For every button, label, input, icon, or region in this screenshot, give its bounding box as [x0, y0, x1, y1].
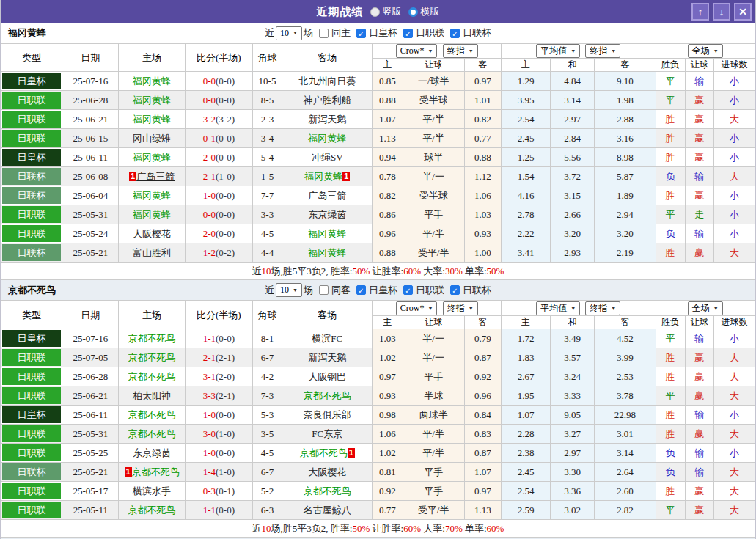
home-team-link[interactable]: 柏太阳神 — [133, 390, 171, 401]
avg-away-odds: 22.98 — [595, 406, 656, 425]
home-team-link[interactable]: 京都不死鸟 — [128, 352, 176, 363]
average-select[interactable]: 平均值▼ — [536, 301, 580, 315]
result-goals: 小 — [713, 91, 755, 110]
score-cell: 0-1(0-0) — [185, 129, 252, 148]
home-team-link[interactable]: 福冈黄蜂 — [133, 209, 171, 220]
result-goals: 小 — [713, 329, 755, 348]
emperor-cup-checkbox[interactable]: ✓ — [356, 285, 366, 295]
home-team-link[interactable]: 京都不死鸟 — [128, 505, 176, 516]
move-down-button[interactable]: ↓ — [713, 3, 730, 21]
away-team-link[interactable]: 福冈黄蜂 — [308, 228, 346, 239]
sub-col-avg-away: 客 — [595, 316, 656, 329]
result-goals: 小 — [713, 205, 755, 224]
home-team-link[interactable]: 横滨水手 — [133, 485, 171, 496]
crow-home-odds: 0.86 — [373, 205, 403, 224]
final-odds-select[interactable]: 终指▼ — [443, 301, 478, 315]
away-team-link[interactable]: 北九州向日葵 — [298, 76, 356, 87]
emperor-cup-checkbox[interactable]: ✓ — [356, 29, 366, 38]
corner-cell: 4-2 — [252, 367, 282, 386]
final-odds-select-2[interactable]: 终指▼ — [585, 301, 620, 315]
match-type-cell: 日职联 — [1, 205, 62, 224]
away-team-link[interactable]: 神户胜利船 — [304, 95, 351, 106]
home-team-link[interactable]: 福冈黄蜂 — [133, 76, 171, 87]
sub-col-home-odds: 主 — [373, 316, 403, 329]
home-team-link[interactable]: 福冈黄蜂 — [133, 190, 171, 201]
home-team-link[interactable]: 福冈黄蜂 — [133, 95, 171, 106]
away-team-link[interactable]: 广岛三箭 — [308, 190, 346, 201]
away-team-link[interactable]: 京都不死鸟 — [304, 390, 351, 401]
home-team-link[interactable]: 广岛三箭 — [136, 171, 175, 182]
away-team-link[interactable]: 大阪钢巴 — [308, 371, 346, 382]
away-team-link[interactable]: 横滨FC — [312, 333, 342, 344]
away-team-link[interactable]: 新泻天鹅 — [308, 352, 346, 363]
away-team-link[interactable]: 福冈黄蜂 — [308, 247, 346, 258]
average-select[interactable]: 平均值▼ — [536, 44, 580, 58]
away-team-link[interactable]: FC东京 — [312, 428, 342, 439]
titlebar: 近期战绩 竖版 横版 ↑ ↓ ✕ — [1, 0, 755, 23]
final-odds-select[interactable]: 终指▼ — [443, 44, 478, 58]
result-handicap: 输 — [685, 463, 713, 482]
result-handicap: 输 — [685, 167, 713, 186]
home-team-cell: 冈山绿雉 — [119, 129, 185, 148]
vertical-radio[interactable] — [370, 7, 380, 17]
league-cup-checkbox[interactable]: ✓ — [450, 29, 460, 38]
match-count-select[interactable]: 10▼ — [276, 283, 302, 297]
rank-badge: 1 — [129, 172, 136, 181]
home-team-link[interactable]: 福冈黄蜂 — [133, 152, 171, 163]
close-button[interactable]: ✕ — [734, 3, 752, 21]
home-team-link[interactable]: 东京绿茵 — [133, 447, 171, 458]
home-team-link[interactable]: 京都不死鸟 — [128, 371, 176, 382]
full-match-select[interactable]: 全场▼ — [688, 301, 723, 315]
result-outcome: 平 — [656, 386, 685, 406]
match-count-select[interactable]: 10▼ — [276, 26, 302, 40]
match-date-cell: 25-05-25 — [62, 444, 119, 463]
j1-league-checkbox[interactable]: ✓ — [403, 285, 413, 295]
bookmaker-select[interactable]: Crow*▼ — [396, 301, 438, 315]
crow-handicap: 平/半 — [403, 224, 464, 243]
match-type-cell: 日职联 — [1, 129, 62, 148]
avg-home-odds: 2.28 — [501, 425, 550, 444]
layout-vertical-option[interactable]: 竖版 — [370, 5, 402, 18]
away-team-link[interactable]: 大阪樱花 — [308, 466, 346, 477]
result-handicap: 赢 — [685, 243, 713, 263]
away-team-link[interactable]: 奈良俱乐部 — [304, 409, 351, 420]
same-home-checkbox[interactable] — [319, 29, 329, 38]
away-team-link[interactable]: 福冈黄蜂 — [308, 133, 346, 144]
away-team-link[interactable]: 京都不死鸟 — [300, 447, 348, 458]
full-match-select[interactable]: 全场▼ — [688, 44, 723, 58]
home-team-link[interactable]: 福冈黄蜂 — [133, 114, 171, 125]
match-type-cell: 日联杯 — [1, 167, 62, 186]
avg-draw-odds: 3.36 — [551, 482, 595, 501]
col-type: 类型 — [1, 44, 62, 72]
home-team-link[interactable]: 京都不死鸟 — [128, 409, 176, 420]
away-team-link[interactable]: 福冈黄蜂 — [304, 171, 342, 182]
result-handicap: 赢 — [685, 129, 713, 148]
away-team-link[interactable]: 新泻天鹅 — [308, 114, 346, 125]
away-team-link[interactable]: 名古屋鲸八 — [304, 505, 351, 516]
home-team-link[interactable]: 京都不死鸟 — [128, 333, 176, 344]
match-date-cell: 25-05-17 — [62, 482, 119, 501]
result-handicap: 赢 — [685, 91, 713, 110]
final-odds-select-2[interactable]: 终指▼ — [585, 44, 620, 58]
same-away-checkbox[interactable] — [319, 285, 329, 295]
horizontal-radio[interactable] — [408, 7, 418, 17]
home-team-link[interactable]: 京都不死鸟 — [128, 428, 176, 439]
move-up-button[interactable]: ↑ — [691, 3, 709, 21]
home-team-link[interactable]: 大阪樱花 — [133, 228, 171, 239]
home-team-link[interactable]: 富山胜利 — [133, 247, 171, 258]
col-home: 主场 — [119, 44, 185, 72]
home-team-link[interactable]: 京都不死鸟 — [132, 466, 180, 477]
j1-league-checkbox[interactable]: ✓ — [403, 29, 413, 38]
col-date: 日期 — [62, 301, 119, 329]
away-team-link[interactable]: 东京绿茵 — [308, 209, 346, 220]
home-team-link[interactable]: 冈山绿雉 — [133, 133, 171, 144]
bookmaker-select[interactable]: Crow*▼ — [396, 44, 438, 58]
crow-home-odds: 0.98 — [373, 406, 403, 425]
layout-horizontal-option[interactable]: 横版 — [408, 5, 440, 18]
corner-cell: 8-1 — [252, 329, 282, 348]
away-team-link[interactable]: 京都不死鸟 — [304, 485, 351, 496]
away-team-link[interactable]: 冲绳SV — [312, 152, 343, 163]
league-cup-checkbox[interactable]: ✓ — [450, 285, 460, 295]
crow-away-odds: 1.00 — [464, 243, 501, 263]
avg-home-odds: 1.83 — [501, 348, 550, 367]
